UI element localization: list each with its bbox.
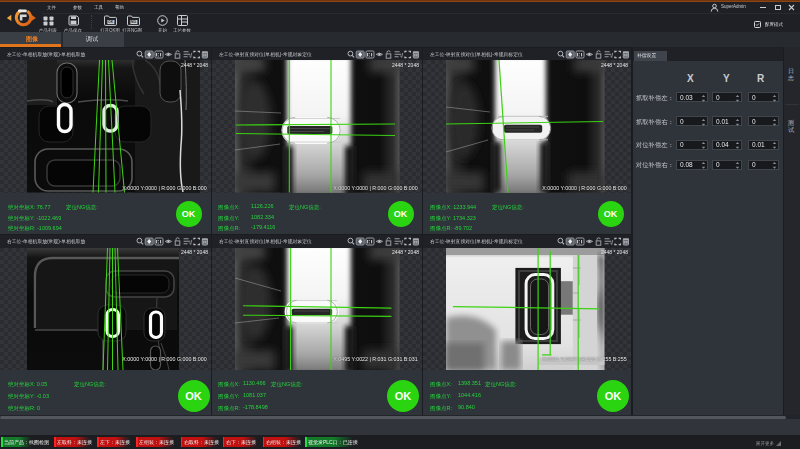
- svg-text:OK: OK: [108, 20, 114, 24]
- svg-text:NG: NG: [131, 20, 136, 24]
